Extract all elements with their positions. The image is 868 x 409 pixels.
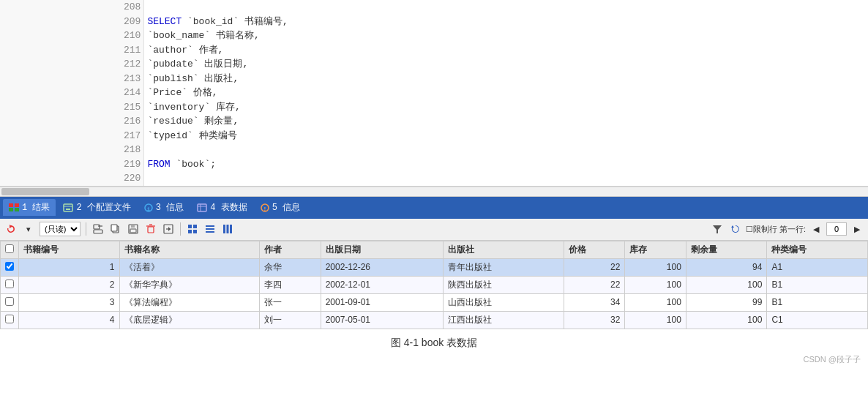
toolbar-right: ☐限制行 第一行: ◀ ▶ [709, 221, 865, 237]
save-button[interactable] [125, 221, 141, 237]
info-icon: i [144, 203, 153, 212]
svg-rect-21 [131, 225, 135, 228]
svg-rect-36 [223, 225, 225, 233]
tab-tab3[interactable]: i3 信息 [138, 199, 190, 216]
row-checkbox[interactable] [5, 315, 14, 323]
dropdown-arrow[interactable]: ▾ [20, 221, 37, 237]
cell-author: 张一 [260, 293, 321, 311]
tab-label: 3 信息 [156, 201, 184, 214]
export-button[interactable] [90, 221, 106, 237]
select-all-checkbox[interactable] [5, 244, 14, 253]
bottom-panel: 1 结果2 个配置文件i3 信息4 表数据!5 信息 ▾ (只读) [0, 197, 868, 329]
filter-button[interactable] [709, 221, 725, 237]
tab-label: 2 个配置文件 [76, 201, 130, 214]
cell-pubdate: 2007-05-01 [321, 311, 444, 329]
view-list-button[interactable] [202, 221, 218, 237]
scrollbar-thumb[interactable] [1, 188, 89, 195]
row-checkbox[interactable] [5, 262, 14, 271]
column-header-书籍名称: 书籍名称 [119, 241, 260, 258]
cell-price: 32 [564, 311, 625, 329]
copy-button[interactable] [108, 221, 124, 237]
tab-bar: 1 结果2 个配置文件i3 信息4 表数据!5 信息 [0, 197, 868, 219]
svg-rect-22 [130, 229, 136, 233]
svg-rect-37 [227, 225, 229, 233]
cell-typeid: B1 [767, 293, 868, 311]
table-row[interactable]: 2《新华字典》李四2002-12-01陕西出版社22100100B1 [1, 276, 868, 293]
line-number: 211 [0, 43, 144, 58]
cell-inventory: 100 [625, 276, 686, 293]
line-number: 220 [0, 171, 144, 186]
row-checkbox[interactable] [5, 279, 14, 288]
cell-price: 22 [564, 276, 625, 293]
cell-typeid: B1 [767, 276, 868, 293]
svg-rect-1 [15, 203, 19, 207]
tab-tab2[interactable]: 2 个配置文件 [57, 199, 136, 216]
code-line: `author` 作者, [144, 43, 868, 58]
tab-label: 5 信息 [272, 201, 300, 214]
code-editor: 208 209SELECT `book_id` 书籍编号,210`book_na… [0, 0, 868, 187]
line-number: 209 [0, 15, 144, 29]
delete-button[interactable] [143, 221, 159, 237]
line-number: 216 [0, 114, 144, 129]
cell-residue: 94 [686, 258, 766, 276]
svg-rect-23 [148, 227, 154, 233]
table-row[interactable]: 4《底层逻辑》刘一2007-05-01江西出版社32100100C1 [1, 311, 868, 329]
cell-book-id: 3 [19, 293, 120, 311]
cell-publish: 陕西出版社 [444, 276, 564, 293]
refresh-button[interactable] [3, 221, 19, 237]
tab-label: 4 表数据 [210, 201, 247, 214]
prev-page-button[interactable]: ◀ [808, 221, 824, 237]
line-number: 217 [0, 129, 144, 143]
svg-rect-32 [193, 230, 197, 233]
cell-pubdate: 2002-12-26 [321, 258, 444, 276]
view-grid-button[interactable] [184, 221, 201, 237]
import-button[interactable] [160, 221, 176, 237]
cell-typeid: C1 [767, 311, 868, 329]
svg-rect-4 [64, 204, 72, 211]
table-row[interactable]: 3《算法编程》张一2001-09-01山西出版社3410099B1 [1, 293, 868, 311]
separator2 [180, 222, 181, 236]
svg-rect-3 [15, 208, 19, 211]
cell-typeid: A1 [767, 258, 868, 276]
tab-tab4[interactable]: 4 表数据 [191, 199, 252, 216]
cell-residue: 100 [686, 311, 766, 329]
code-line [144, 171, 868, 186]
line-number: 219 [0, 157, 144, 172]
svg-rect-31 [188, 230, 192, 233]
reload-data-button[interactable] [727, 221, 744, 237]
line-number: 214 [0, 86, 144, 100]
svg-marker-14 [10, 225, 12, 228]
row-checkbox[interactable] [5, 297, 14, 306]
cell-publish: 山西出版社 [444, 293, 564, 311]
figure-caption: 图 4-1 book 表数据 [0, 329, 868, 354]
code-line: `inventory` 库存, [144, 100, 868, 115]
svg-rect-0 [9, 203, 13, 207]
code-line: `publish` 出版社, [144, 72, 868, 86]
tab-tab5[interactable]: !5 信息 [255, 199, 306, 216]
cell-author: 余华 [260, 258, 321, 276]
code-line: `residue` 剩余量, [144, 114, 868, 129]
cell-publish: 青年出版社 [444, 258, 564, 276]
row-checkbox-cell [1, 258, 19, 276]
page-number-input[interactable] [826, 222, 847, 236]
svg-rect-33 [206, 225, 214, 227]
column-header-种类编号: 种类编号 [767, 241, 868, 258]
cell-inventory: 100 [625, 311, 686, 329]
horizontal-scrollbar[interactable] [0, 187, 868, 197]
header-checkbox [1, 241, 19, 258]
column-header-出版社: 出版社 [444, 241, 564, 258]
code-line [144, 0, 868, 15]
svg-rect-16 [94, 225, 100, 229]
svg-rect-34 [206, 228, 214, 230]
read-mode-select[interactable]: (只读) [40, 222, 81, 236]
row-checkbox-cell [1, 311, 19, 329]
tab-tab1[interactable]: 1 结果 [3, 199, 56, 216]
code-line: `Price` 价格, [144, 86, 868, 100]
table-row[interactable]: 1《活着》余华2002-12-26青年出版社2210094A1 [1, 258, 868, 276]
info2-icon: ! [261, 203, 269, 212]
code-line: SELECT `book_id` 书籍编号, [144, 15, 868, 29]
line-number: 213 [0, 72, 144, 86]
next-page-button[interactable]: ▶ [849, 221, 865, 237]
cell-price: 34 [564, 293, 625, 311]
view-cols-button[interactable] [220, 221, 236, 237]
